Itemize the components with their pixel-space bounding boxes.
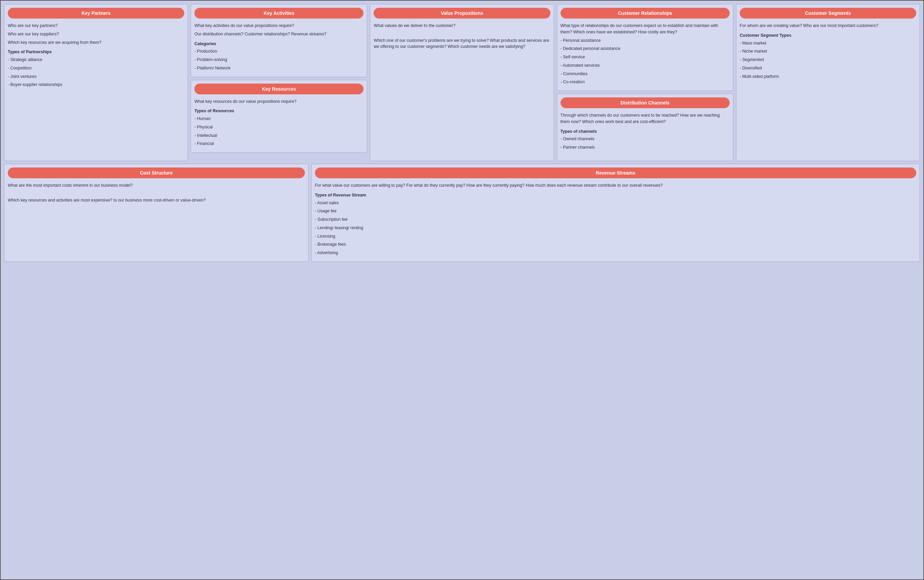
ka-line-1: What key activities do our value proposi… [194,23,363,29]
cr-line-1: What type of relationships do our custom… [561,23,730,35]
kr-line-1: What key resources do our value proposit… [194,99,363,105]
cr-item-6: - Co-creation [561,79,730,85]
customer-segments-cell: Customer Segments For whom are we creati… [736,4,920,161]
customer-segments-content: For whom are we creating value? Who are … [740,23,916,79]
ka-section-title: Categories [194,41,363,47]
kp-section-title: Types of Partnerships [8,49,184,55]
cr-dc-col: Customer Relationships What type of rela… [557,4,733,161]
cr-item-3: - Self-service [561,54,730,60]
rs-item-4: - Lending/ leasing/ renting [315,225,916,231]
rs-item-6: - Brokerage fees [315,241,916,248]
dc-item-2: - Partner channels [561,144,730,151]
kp-item-4: - Buyer-supplier relationships [8,82,184,88]
key-activities-col: Key Activities What key activities do ou… [191,4,367,161]
customer-relationships-header: Customer Relationships [561,8,730,18]
cost-line-1: What are the most important costs inhere… [8,182,305,189]
kp-item-2: - Coopetition [8,65,184,71]
revenue-streams-cell: Revenue Streams For what value our custo… [311,164,920,262]
kp-line-2: Who are our key suppliers? [8,31,184,38]
cs-item-4: - Diversified [740,65,916,71]
value-propositions-header: Value Propositions [373,8,550,18]
key-resources-content: What key resources do our value proposit… [194,99,363,147]
cs-item-5: - Multi-sided platform [740,74,916,80]
ka-item-3: - Platform/ Network [194,65,363,71]
bottom-section: Cost Structure What are the most importa… [4,164,920,262]
rs-item-3: - Subscription fee [315,216,916,223]
rs-item-5: - Licensing [315,233,916,240]
rs-item-7: - Advertising [315,250,916,256]
kp-item-1: - Strategic alliance [8,57,184,63]
cs-item-3: - Segmented [740,57,916,63]
key-resources-cell: Key Resources What key resources do our … [191,80,367,153]
key-activities-header: Key Activities [194,8,363,18]
vp-line-2: Which one of our customer's problems are… [373,38,550,50]
kr-section-title: Types of Resources [194,108,363,114]
cost-structure-header: Cost Structure [8,168,305,178]
ka-line-2: Our distribution channels? Customer rela… [194,31,363,38]
top-section: Key Partners Who are our key partners? W… [4,4,920,161]
distribution-channels-content: Through which channels do our customers … [561,112,730,151]
cost-structure-content: What are the most important costs inhere… [8,182,305,203]
cs-item-2: - Niche market [740,48,916,54]
key-activities-content: What key activities do our value proposi… [194,23,363,71]
kr-item-4: - Financial [194,140,363,147]
ka-item-2: - Problem-solving [194,57,363,63]
kr-item-1: - Human [194,115,363,122]
kr-item-2: - Physical [194,124,363,130]
distribution-channels-cell: Distribution Channels Through which chan… [557,94,733,161]
dc-line-1: Through which channels do our customers … [561,112,730,125]
kp-line-3: Which key resources are we acquiring fro… [8,40,184,46]
kr-item-3: - Intellectual [194,132,363,139]
revenue-streams-content: For what value our customers are willing… [315,182,916,256]
customer-relationships-cell: Customer Relationships What type of rela… [557,4,733,91]
dc-section-title: Types of channels [561,129,730,135]
customer-segments-header: Customer Segments [740,8,916,18]
key-partners-content: Who are our key partners? Who are our ke… [8,23,184,88]
distribution-channels-header: Distribution Channels [561,97,730,108]
cr-item-5: - Communities [561,71,730,77]
cr-item-1: - Personal assistance [561,38,730,44]
business-model-canvas: Key Partners Who are our key partners? W… [0,0,924,580]
kp-line-1: Who are our key partners? [8,23,184,29]
kp-item-3: - Joint ventures [8,74,184,80]
revenue-streams-header: Revenue Streams [315,168,916,178]
cost-line-2: Which key resources and activities are m… [8,197,305,204]
cs-item-1: - Mass market [740,40,916,46]
customer-relationships-content: What type of relationships do our custom… [561,23,730,85]
ka-item-1: - Production [194,48,363,54]
rs-item-1: - Asset sales [315,200,916,206]
rs-line-1: For what value our customers are willing… [315,182,916,189]
value-propositions-cell: Value Propositions What values do we del… [370,4,554,161]
key-resources-header: Key Resources [194,84,363,94]
vp-line-1: What values do we deliver to the custome… [373,23,550,29]
rs-item-2: - Usage fee [315,208,916,214]
cs-line-1: For whom are we creating value? Who are … [740,23,916,29]
cr-item-4: - Automated services [561,63,730,69]
dc-item-1: - Owned channels [561,136,730,142]
cr-item-2: - Dedicated personal assistance [561,46,730,52]
key-partners-header: Key Partners [8,8,184,18]
cs-section-title: Customer Segment Types [740,32,916,39]
key-partners-cell: Key Partners Who are our key partners? W… [4,4,188,161]
key-activities-cell: Key Activities What key activities do ou… [191,4,367,77]
value-propositions-content: What values do we deliver to the custome… [373,23,550,50]
cost-structure-cell: Cost Structure What are the most importa… [4,164,309,262]
rs-section-title: Types of Revenue Stream [315,192,916,198]
